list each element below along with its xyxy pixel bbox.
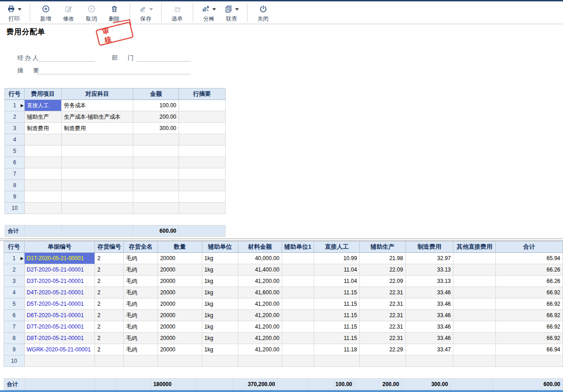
cell-aux_prod[interactable]: 22.29 (359, 344, 405, 355)
cell-inv_name[interactable]: 毛鸡 (124, 333, 158, 344)
cell-total[interactable] (496, 355, 563, 367)
cell-material_amt[interactable]: 40,000.00 (238, 253, 282, 264)
cell-summary[interactable] (179, 203, 226, 214)
cell-doc_no[interactable]: D5T-2020-05-21-00001 (24, 298, 95, 310)
cell-inv_no[interactable]: 2 (95, 264, 124, 276)
cell-inv_name[interactable]: 毛鸡 (124, 321, 158, 333)
cell-mfg_exp[interactable]: 33.13 (405, 264, 453, 276)
cell-other_direct[interactable] (453, 253, 496, 264)
operator-input[interactable] (37, 54, 95, 62)
cell-account[interactable] (62, 191, 133, 203)
cell-doc_no[interactable]: D7T-2020-05-21-00001 (24, 321, 95, 333)
cell-account[interactable] (62, 203, 133, 214)
cell-account[interactable] (62, 146, 133, 157)
row-number-cell[interactable]: 7 (4, 321, 25, 333)
cell-material_amt[interactable]: 41,400.00 (238, 264, 282, 276)
row-number-cell[interactable]: 7 (5, 168, 25, 180)
cell-total[interactable]: 66.92 (496, 298, 563, 310)
cell-item[interactable]: 直接人工 (25, 100, 62, 111)
cell-other_direct[interactable] (453, 298, 496, 310)
cell-account[interactable]: 劳务成本 (62, 100, 133, 111)
cell-doc_no[interactable]: D1T-2020-05-21-00001 (24, 253, 95, 264)
cell-inv_no[interactable]: 2 (95, 298, 124, 310)
cell-aux_prod[interactable] (359, 355, 405, 367)
cell-doc_no[interactable]: D3T-2020-05-21-00001 (24, 276, 95, 287)
cell-qty[interactable]: 20000 (158, 321, 202, 333)
cell-aux_unit1[interactable] (282, 355, 314, 367)
cell-amount[interactable] (133, 134, 179, 146)
cell-aux_unit1[interactable] (282, 264, 314, 276)
cell-amount[interactable] (133, 168, 179, 180)
cell-aux_unit[interactable]: 1kg (202, 298, 238, 310)
cell-account[interactable] (62, 180, 133, 191)
cell-total[interactable]: 66.92 (496, 287, 563, 298)
row-number-cell[interactable]: 1▶ (5, 100, 25, 111)
cell-aux_unit1[interactable] (282, 276, 314, 287)
cell-aux_unit1[interactable] (282, 344, 314, 355)
cell-account[interactable]: 制造费用 (62, 123, 133, 134)
toolbar-button-close[interactable]: 关闭 (253, 1, 274, 24)
cell-aux_unit1[interactable] (282, 298, 314, 310)
cell-inv_name[interactable]: 毛鸡 (124, 264, 158, 276)
cell-qty[interactable]: 20000 (158, 276, 202, 287)
cell-amount[interactable]: 100.00 (133, 100, 179, 111)
cell-direct_labor[interactable]: 10.99 (314, 253, 360, 264)
department-input[interactable] (137, 54, 191, 62)
row-number-cell[interactable]: 8 (5, 180, 25, 191)
cell-total[interactable]: 66.92 (496, 333, 563, 344)
cell-inv_no[interactable]: 2 (95, 287, 124, 298)
cell-material_amt[interactable]: 41,200.00 (238, 333, 282, 344)
cell-inv_no[interactable]: 2 (95, 310, 124, 321)
cell-direct_labor[interactable]: 11.15 (314, 298, 360, 310)
cell-item[interactable] (25, 157, 62, 168)
cell-account[interactable] (62, 157, 133, 168)
cell-direct_labor[interactable]: 11.15 (314, 321, 360, 333)
cell-amount[interactable] (133, 157, 179, 168)
cell-summary[interactable] (179, 191, 226, 203)
cell-summary[interactable] (179, 180, 226, 191)
cell-aux_unit1[interactable] (282, 287, 314, 298)
cell-qty[interactable]: 20000 (158, 253, 202, 264)
cell-material_amt[interactable]: 41,200.00 (238, 310, 282, 321)
cell-direct_labor[interactable]: 11.15 (314, 310, 360, 321)
cell-inv_no[interactable] (95, 355, 124, 367)
cell-qty[interactable]: 20000 (158, 264, 202, 276)
cell-inv_no[interactable]: 2 (95, 253, 124, 264)
cell-other_direct[interactable] (453, 355, 496, 367)
cell-qty[interactable]: 20000 (158, 310, 202, 321)
cell-aux_unit[interactable]: 1kg (202, 344, 238, 355)
row-number-cell[interactable]: 10 (5, 203, 25, 214)
cell-aux_prod[interactable]: 22.31 (359, 321, 405, 333)
cell-item[interactable]: 辅助生产 (25, 111, 62, 123)
cell-doc_no[interactable]: D8T-2020-05-21-00001 (24, 333, 95, 344)
row-number-cell[interactable]: 5 (5, 146, 25, 157)
cell-amount[interactable]: 200.00 (133, 111, 179, 123)
cell-aux_prod[interactable]: 22.31 (359, 310, 405, 321)
cell-other_direct[interactable] (453, 264, 496, 276)
cell-total[interactable]: 66.92 (496, 310, 563, 321)
cell-other_direct[interactable] (453, 344, 496, 355)
cell-aux_prod[interactable]: 22.09 (359, 264, 405, 276)
cell-doc_no[interactable]: D2T-2020-05-21-00001 (24, 264, 95, 276)
row-number-cell[interactable]: 5 (4, 298, 25, 310)
row-number-cell[interactable]: 4 (5, 134, 25, 146)
cell-inv_no[interactable]: 2 (95, 333, 124, 344)
cell-aux_prod[interactable]: 21.98 (359, 253, 405, 264)
toolbar-button-print[interactable]: 打印 (4, 1, 25, 24)
dropdown-caret-icon[interactable] (212, 8, 216, 10)
toolbar-button-linked-query[interactable]: 联查 (221, 1, 242, 24)
cell-aux_unit[interactable] (202, 355, 238, 367)
cell-aux_unit[interactable]: 1kg (202, 287, 238, 298)
cell-qty[interactable]: 20000 (158, 298, 202, 310)
cell-inv_no[interactable]: 2 (95, 344, 124, 355)
cell-summary[interactable] (179, 146, 226, 157)
cell-amount[interactable] (133, 203, 179, 214)
cell-inv_name[interactable]: 毛鸡 (124, 310, 158, 321)
cell-total[interactable]: 66.26 (496, 264, 563, 276)
cell-qty[interactable]: 20000 (158, 344, 202, 355)
cell-item[interactable] (25, 191, 62, 203)
cell-direct_labor[interactable]: 11.04 (314, 276, 360, 287)
cell-mfg_exp[interactable]: 33.46 (405, 310, 453, 321)
row-number-cell[interactable]: 3 (4, 276, 25, 287)
cell-doc_no[interactable]: D4T-2020-05-21-00001 (24, 287, 95, 298)
